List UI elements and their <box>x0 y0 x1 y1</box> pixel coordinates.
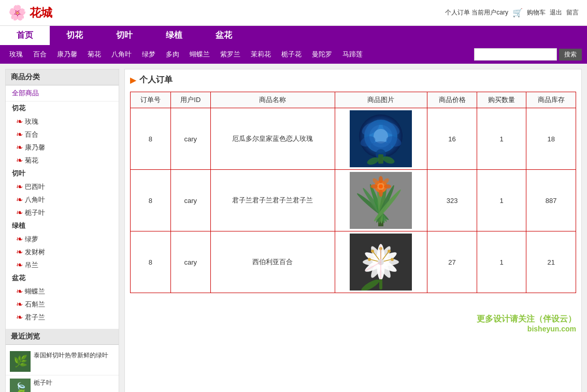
product-img-3 <box>335 231 427 293</box>
svg-point-27 <box>379 190 383 197</box>
sidebar-item-hanging-orchid[interactable]: ❧吊兰 <box>6 258 119 271</box>
qty-3: 1 <box>477 231 526 293</box>
tab-cut-leaf[interactable]: 切叶 <box>99 26 149 45</box>
cat-carnation[interactable]: 康乃馨 <box>53 49 81 60</box>
sidebar-item-phalaenopsis[interactable]: ❧蝴蝶兰 <box>6 285 119 298</box>
product-img-2 <box>335 170 427 231</box>
logout-link[interactable]: 退出 <box>550 8 562 17</box>
qty-2: 1 <box>477 170 526 231</box>
tab-green-plant[interactable]: 绿植 <box>149 26 199 45</box>
cat-gardenia[interactable]: 栀子花 <box>277 49 306 60</box>
table-header-row: 订单号 用户ID 商品名称 商品图片 商品价格 购买数量 商品库存 <box>131 92 576 108</box>
search-area: 搜索 <box>474 48 582 61</box>
svg-point-46 <box>368 258 371 261</box>
tab-potted[interactable]: 盆花 <box>199 26 249 45</box>
col-price: 商品价格 <box>427 92 477 108</box>
recent-thumb-2: 🍃 <box>10 379 31 392</box>
order-id-2: 8 <box>131 170 171 231</box>
tab-cut-flower[interactable]: 切花 <box>50 26 99 45</box>
stock-2: 887 <box>526 170 576 231</box>
col-order-id: 订单号 <box>131 92 171 108</box>
cat-lily[interactable]: 百合 <box>29 49 51 60</box>
logo-text: 花城 <box>30 5 52 21</box>
nav-tabs: 首页 切花 切叶 绿植 盆花 <box>0 26 587 45</box>
cat-jasmine[interactable]: 茉莉花 <box>247 49 275 60</box>
sidebar-item-brazil-leaf[interactable]: ❧巴西叶 <box>6 180 119 193</box>
dot-icon: ❧ <box>16 129 23 139</box>
svg-point-29 <box>384 184 391 188</box>
dot-icon: ❧ <box>16 117 23 126</box>
dot-icon: ❧ <box>16 286 23 296</box>
sidebar-item-chrys[interactable]: ❧菊花 <box>6 154 119 167</box>
dot-icon: ❧ <box>16 182 23 192</box>
stock-1: 18 <box>526 108 576 170</box>
lily-svg <box>350 234 412 291</box>
product-name-3: 西伯利亚百合 <box>211 231 335 293</box>
svg-point-48 <box>391 258 394 261</box>
sidebar-cat-green: 绿植 <box>6 219 119 233</box>
cat-violet[interactable]: 紫罗兰 <box>216 49 245 60</box>
cat-orchid[interactable]: 蝴蝶兰 <box>185 49 214 60</box>
sidebar-item-rose[interactable]: ❧玫瑰 <box>6 115 119 128</box>
main: 商品分类 全部商品 切花 ❧玫瑰 ❧百合 ❧康乃馨 ❧菊花 切叶 ❧巴西叶 ❧八… <box>0 64 587 392</box>
recent-thumb-1: 🌿 <box>10 351 31 372</box>
svg-point-4 <box>374 129 388 143</box>
search-button[interactable]: 搜索 <box>559 49 582 61</box>
header: 🌸 花城 个人订单 当前用户cary 🛒 购物车 退出 留言 <box>0 0 587 26</box>
cat-datura[interactable]: 曼陀罗 <box>308 49 336 60</box>
product-img-box-1 <box>350 110 412 167</box>
sidebar-item-clivia[interactable]: ❧君子兰 <box>6 311 119 324</box>
user-info-text: 个人订单 当前用户cary <box>445 8 508 17</box>
sidebar-cat-cut-flower: 切花 <box>6 101 119 115</box>
search-input[interactable] <box>474 48 557 61</box>
dot-icon: ❧ <box>16 155 23 165</box>
product-name-2: 君子兰君子兰君子兰君子兰 <box>211 170 335 231</box>
recent-item-2[interactable]: 🍃 栀子叶 <box>6 375 119 392</box>
dot-icon: ❧ <box>16 195 23 205</box>
product-img-1 <box>335 108 427 170</box>
page-title: 个人订单 <box>139 75 173 85</box>
header-right: 个人订单 当前用户cary 🛒 购物车 退出 留言 <box>445 8 579 18</box>
col-product-img: 商品图片 <box>335 92 427 108</box>
sidebar-item-lily[interactable]: ❧百合 <box>6 128 119 141</box>
table-row: 8 cary 厄瓜多尔皇家蓝色恋人玫瑰 <box>131 108 576 170</box>
title-icon: ▶ <box>130 75 136 85</box>
sidebar-item-lv-luo[interactable]: ❧绿萝 <box>6 233 119 245</box>
cat-chrysanthemum[interactable]: 菊花 <box>83 49 105 60</box>
palm-svg <box>350 172 412 229</box>
message-link[interactable]: 留言 <box>566 8 579 17</box>
col-user-id: 用户ID <box>170 92 211 108</box>
logo: 🌸 花城 <box>8 4 52 21</box>
orders-table: 订单号 用户ID 商品名称 商品图片 商品价格 购买数量 商品库存 8 cary… <box>130 92 576 293</box>
tab-home[interactable]: 首页 <box>0 26 50 45</box>
cat-calla[interactable]: 马蹄莲 <box>338 49 367 60</box>
sidebar: 商品分类 全部商品 切花 ❧玫瑰 ❧百合 ❧康乃馨 ❧菊花 切叶 ❧巴西叶 ❧八… <box>5 69 119 392</box>
product-img-box-3 <box>350 234 412 291</box>
recent-label-1: 泰国鲜切叶热带新鲜的绿叶 <box>34 351 108 360</box>
product-name-1: 厄瓜多尔皇家蓝色恋人玫瑰 <box>211 108 335 170</box>
svg-rect-11 <box>378 154 383 164</box>
cat-succulent[interactable]: 多肉 <box>162 49 183 60</box>
order-id-3: 8 <box>131 231 171 293</box>
recent-item-1[interactable]: 🌿 泰国鲜切叶热带新鲜的绿叶 <box>6 348 119 375</box>
dot-icon: ❧ <box>16 208 23 217</box>
sidebar-item-gardenia-leaf[interactable]: ❧栀子叶 <box>6 206 119 219</box>
sidebar-item-star-anise[interactable]: ❧八角叶 <box>6 193 119 206</box>
sidebar-item-carnation[interactable]: ❧康乃馨 <box>6 141 119 154</box>
cat-star-anise-leaf[interactable]: 八角叶 <box>107 49 136 60</box>
content-title-bar: ▶ 个人订单 <box>130 75 576 85</box>
user-id-3: cary <box>170 231 211 293</box>
cart-icon: 🛒 <box>512 8 523 18</box>
table-row: 8 cary 西伯利亚百合 <box>131 231 576 293</box>
cat-green-dream[interactable]: 绿梦 <box>138 49 160 60</box>
sidebar-item-money-tree[interactable]: ❧发财树 <box>6 245 119 258</box>
sidebar-all[interactable]: 全部商品 <box>6 85 119 101</box>
cart-link[interactable]: 购物车 <box>527 8 546 17</box>
price-1: 16 <box>427 108 477 170</box>
watermark-line2: bisheyun.com <box>130 325 576 333</box>
svg-point-25 <box>379 184 383 188</box>
dot-icon: ❧ <box>16 247 23 257</box>
table-row: 8 cary 君子兰君子兰君子兰君子兰 <box>131 170 576 231</box>
cat-rose[interactable]: 玫瑰 <box>5 49 27 60</box>
sidebar-item-dendrobium[interactable]: ❧石斛兰 <box>6 298 119 311</box>
